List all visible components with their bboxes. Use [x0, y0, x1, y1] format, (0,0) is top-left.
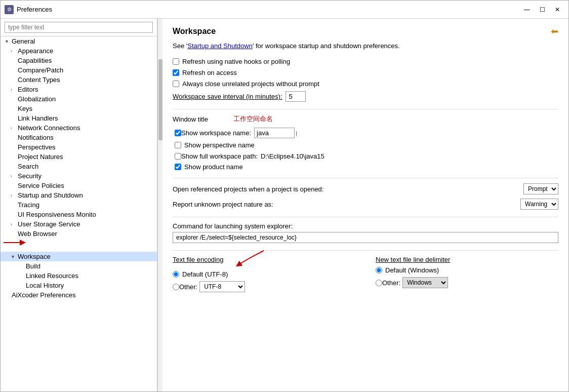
- delimiter-other-select[interactable]: Windows Unix Mac: [402, 277, 448, 288]
- sidebar-item-link-handlers[interactable]: Link Handlers: [1, 113, 157, 123]
- delimiter-other-radio[interactable]: [376, 280, 382, 286]
- sidebar-item-label: AiXcoder Preferences: [12, 291, 75, 299]
- delimiter-title: New text file line delimiter: [376, 256, 558, 263]
- scrollbar-track[interactable]: [157, 19, 162, 391]
- sidebar-item-keys[interactable]: Keys: [1, 104, 157, 113]
- refresh-native-row: Refresh using native hooks or polling: [173, 58, 558, 65]
- refresh-native-checkbox[interactable]: [173, 58, 179, 65]
- sidebar-item-startup-shutdown[interactable]: › Startup and Shutdown: [1, 190, 157, 200]
- sidebar-search-area: [1, 19, 157, 36]
- spacer-icon: [19, 273, 25, 279]
- desc-before: See ': [173, 42, 187, 50]
- sidebar-item-linked-resources[interactable]: Linked Resources: [1, 271, 157, 281]
- delimiter-default-label: Default (Windows): [385, 266, 439, 274]
- scrollbar-thumb[interactable]: [158, 59, 162, 140]
- chevron-right-icon: ›: [11, 87, 17, 92]
- red-arrow-2-icon: [233, 251, 274, 271]
- sidebar-item-user-storage[interactable]: › User Storage Service: [1, 219, 157, 229]
- encoding-other-label: Other:: [179, 283, 197, 291]
- sidebar-item-search[interactable]: Search: [1, 162, 157, 171]
- window-title-label: Window title: [173, 115, 233, 123]
- report-nature-select[interactable]: Warning Error Ignore: [520, 199, 558, 210]
- sidebar-item-label: General: [12, 37, 35, 45]
- back-arrow-icon[interactable]: ⬅: [551, 26, 558, 37]
- chevron-right-icon: ›: [11, 49, 17, 54]
- sidebar-item-label: Perspectives: [18, 143, 55, 151]
- sidebar-item-label: Capabilities: [18, 57, 52, 64]
- sidebar-item-service-policies[interactable]: Service Policies: [1, 181, 157, 190]
- startup-shutdown-link[interactable]: Startup and Shutdown: [187, 42, 253, 50]
- chevron-right-icon: ›: [11, 174, 17, 179]
- show-full-path-checkbox[interactable]: [175, 153, 181, 160]
- sidebar-item-general[interactable]: ▼ General: [1, 36, 157, 46]
- sidebar-item-network-connections[interactable]: › Network Connections: [1, 123, 157, 133]
- sidebar-item-label: Local History: [26, 282, 64, 289]
- full-path-value: D:\Eclipse4.10\java15: [261, 152, 324, 160]
- workspace-name-input[interactable]: [254, 128, 295, 138]
- sidebar-item-globalization[interactable]: Globalization: [1, 94, 157, 104]
- sidebar-item-content-types[interactable]: Content Types: [1, 75, 157, 85]
- sidebar-item-appearance[interactable]: › Appearance: [1, 46, 157, 56]
- delimiter-other-label: Other:: [382, 279, 400, 287]
- command-input[interactable]: [173, 232, 558, 243]
- encoding-other-select[interactable]: UTF-8 ISO-8859-1 UTF-16: [199, 281, 245, 292]
- command-label: Command for launching system explorer:: [173, 222, 558, 230]
- open-projects-select[interactable]: Prompt Always Never: [523, 183, 558, 194]
- chevron-down-icon: ▼: [5, 39, 11, 44]
- spacer-icon: [11, 97, 17, 102]
- sidebar-item-local-history[interactable]: Local History: [1, 281, 157, 290]
- sidebar-item-aixcoder[interactable]: AiXcoder Preferences: [1, 290, 157, 300]
- show-full-path-label: Show full workspace path:: [181, 152, 258, 160]
- red-arrow-1-icon: [3, 239, 30, 252]
- interval-input[interactable]: [286, 91, 306, 102]
- encoding-other-radio[interactable]: [173, 284, 179, 290]
- content-header: Workspace ⬅: [173, 26, 558, 37]
- chevron-down-icon: ▼: [11, 254, 17, 259]
- maximize-button[interactable]: ☐: [535, 4, 549, 15]
- window-controls: — ☐ ✕: [520, 4, 564, 15]
- close-button[interactable]: ✕: [550, 4, 564, 15]
- titlebar: ⚙ Preferences — ☐ ✕: [1, 1, 568, 19]
- refresh-access-row: Refresh on access: [173, 69, 558, 76]
- encoding-default-label: Default (UTF-8): [182, 270, 228, 278]
- sidebar-item-workspace[interactable]: ▼ Workspace: [1, 252, 157, 261]
- close-unrelated-checkbox[interactable]: [173, 81, 179, 87]
- sidebar-item-label: Security: [18, 172, 42, 180]
- sidebar-item-editors[interactable]: › Editors: [1, 85, 157, 94]
- sidebar-item-notifications[interactable]: Notifications: [1, 133, 157, 142]
- show-product-checkbox[interactable]: [175, 164, 181, 170]
- show-workspace-checkbox[interactable]: [175, 130, 181, 136]
- search-input[interactable]: [5, 22, 153, 33]
- desc-after: ' for workspace startup and shutdown pre…: [253, 42, 400, 50]
- sidebar-item-security[interactable]: › Security: [1, 171, 157, 181]
- sidebar-item-label: Link Handlers: [18, 114, 58, 122]
- interval-label: Workspace save interval (in minutes):: [173, 93, 282, 100]
- command-section: Command for launching system explorer:: [173, 222, 558, 243]
- sidebar-item-capabilities[interactable]: Capabilities: [1, 56, 157, 65]
- show-perspective-row: Show perspective name: [173, 141, 558, 149]
- sidebar-item-project-natures[interactable]: Project Natures: [1, 152, 157, 162]
- spacer-icon: [11, 116, 17, 121]
- minimize-button[interactable]: —: [520, 4, 534, 15]
- refresh-access-checkbox[interactable]: [173, 69, 179, 76]
- preferences-window: ⚙ Preferences — ☐ ✕ ▼ General: [0, 0, 569, 392]
- sidebar-item-perspectives[interactable]: Perspectives: [1, 142, 157, 152]
- content-wrapper: Workspace ⬅ See 'Startup and Shutdown' f…: [162, 19, 568, 391]
- delimiter-default-radio[interactable]: [376, 267, 382, 273]
- sidebar-item-build[interactable]: Build: [1, 261, 157, 271]
- sidebar-item-web-browser[interactable]: Web Browser: [1, 229, 157, 239]
- spacer-icon: [11, 135, 17, 140]
- refresh-access-label: Refresh on access: [182, 69, 237, 76]
- open-projects-label: Open referenced projects when a project …: [173, 185, 523, 193]
- cursor-indicator: |: [296, 130, 297, 136]
- sidebar-item-ui-responsiveness[interactable]: UI Responsiveness Monito: [1, 210, 157, 219]
- show-product-label: Show product name: [184, 163, 243, 171]
- sidebar-item-label: Tracing: [18, 201, 39, 209]
- spacer-icon: [19, 264, 25, 269]
- main-area: ▼ General › Appearance Capabilities Comp…: [1, 19, 568, 391]
- encoding-default-radio[interactable]: [173, 271, 179, 278]
- page-title: Workspace: [173, 27, 216, 36]
- sidebar-item-compare-patch[interactable]: Compare/Patch: [1, 65, 157, 75]
- show-perspective-checkbox[interactable]: [175, 142, 181, 148]
- sidebar-item-tracing[interactable]: Tracing: [1, 200, 157, 210]
